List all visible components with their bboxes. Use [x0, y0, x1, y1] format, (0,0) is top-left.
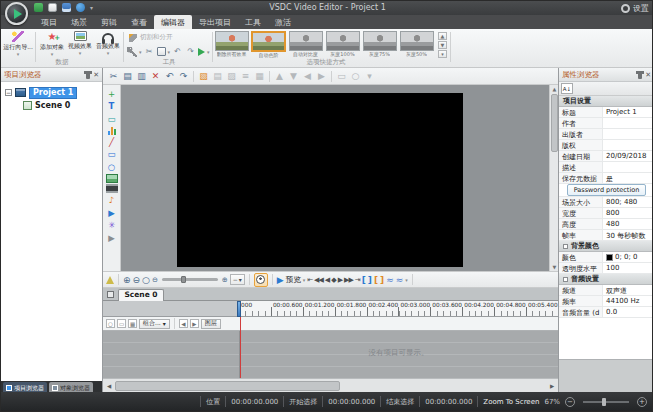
property-value[interactable]: 20/09/2018	[603, 151, 653, 161]
waveform-icon[interactable]: ≈	[386, 275, 394, 285]
zoom-in-button[interactable]: +	[637, 397, 647, 407]
scroll-thumb[interactable]	[115, 381, 340, 391]
ungroup-icon[interactable]: ○	[349, 71, 362, 81]
gallery-down-icon[interactable]: ▼	[438, 41, 447, 49]
timeline-tracks[interactable]: 没有项目可显示。	[103, 331, 558, 378]
zoom-slider[interactable]	[583, 401, 629, 403]
zoom-slider-knob[interactable]	[602, 398, 606, 406]
add-sprite-icon[interactable]: +	[106, 88, 118, 99]
audio-tool-icon[interactable]: ♪	[106, 195, 118, 206]
tab-project[interactable]: 项目	[34, 15, 64, 29]
property-value[interactable]: 是	[603, 173, 653, 183]
tooltip-tool-icon[interactable]: ▭	[106, 113, 118, 124]
selection-start-bracket-icon[interactable]: [	[362, 275, 366, 285]
delete-icon[interactable]: ✕	[149, 71, 162, 81]
property-value[interactable]: 44100 Hz	[603, 296, 653, 306]
password-protection-button[interactable]: Password protection	[567, 184, 647, 196]
copy-icon[interactable]: ▤	[121, 71, 134, 81]
property-value[interactable]: 480	[603, 219, 653, 229]
property-value[interactable]: 0.0	[603, 307, 653, 317]
property-value[interactable]: 双声道	[603, 285, 653, 295]
export-play-icon[interactable]	[198, 48, 205, 56]
video-effects-button[interactable]: 视频效果 ▾	[65, 31, 95, 60]
audio-effects-button[interactable]: 音频效果 ▾	[93, 31, 123, 60]
shift-left-icon[interactable]: ◀	[179, 319, 188, 328]
style-remove-all-effects[interactable]: 删除所有效果	[214, 31, 249, 58]
caret-icon[interactable]: ▾	[303, 277, 306, 283]
ellipse-tool-icon[interactable]: ○	[106, 161, 118, 172]
property-value[interactable]	[603, 140, 653, 150]
combine-dropdown[interactable]: 组合...▾	[139, 319, 170, 329]
expander-icon[interactable]	[563, 277, 568, 282]
tab-export-project[interactable]: 导出项目	[192, 15, 238, 29]
scene-nav-icon[interactable]	[107, 291, 114, 298]
save-project-icon[interactable]	[62, 3, 71, 12]
slider-knob[interactable]	[181, 276, 186, 283]
grid-icon[interactable]: ▦	[253, 71, 266, 81]
timeline-ruler[interactable]: 000 00:00.600 00:01.200 00:01.800 00:02.…	[239, 301, 558, 317]
paste-icon[interactable]: ▥	[135, 71, 148, 81]
property-value[interactable]: 100	[603, 263, 653, 273]
move-right-icon[interactable]: ▶	[315, 71, 328, 81]
slider-plus-icon[interactable]: ⊕	[222, 275, 228, 285]
rewind-icon[interactable]: ◀◀	[314, 276, 323, 284]
effects-icon[interactable]: ▧	[197, 71, 210, 81]
video-tool-icon[interactable]	[106, 184, 118, 193]
go-to-start-icon[interactable]: ⇤	[307, 276, 312, 284]
group-icon[interactable]: ▭	[335, 71, 348, 81]
tab-editor[interactable]: 编辑器	[154, 15, 192, 29]
tab-view[interactable]: 查看	[124, 15, 154, 29]
rotate-cw-icon[interactable]: ↷	[185, 46, 196, 57]
interval-button[interactable]: −▾	[230, 274, 245, 285]
cut-icon[interactable]: ✂	[107, 71, 120, 81]
property-value[interactable]: 30 每秒帧数	[603, 230, 653, 240]
caret-icon[interactable]: ▾	[139, 49, 142, 55]
run-wizard-button[interactable]: 运行向导... ▾	[3, 31, 33, 60]
gallery-more-icon[interactable]: ▾	[438, 50, 447, 58]
property-value[interactable]: Project 1	[603, 107, 653, 117]
section-background-color[interactable]: 背景颜色	[559, 241, 653, 252]
style-auto-levels[interactable]: 自动色阶	[251, 31, 286, 58]
scene-canvas[interactable]	[177, 93, 463, 267]
move-left-icon[interactable]: ◀	[301, 71, 314, 81]
selection-end-bracket-icon[interactable]: ]	[368, 275, 372, 285]
scroll-left-icon[interactable]: ◀	[104, 381, 114, 391]
align-icon[interactable]: ≡	[239, 71, 252, 81]
more-tools-caret-icon[interactable]: ▾	[363, 71, 376, 81]
marker-start-bracket-icon[interactable]: [	[374, 275, 378, 285]
wrench-icon[interactable]	[127, 47, 137, 57]
preview-label[interactable]: 预览	[286, 275, 301, 285]
tree-node-project[interactable]: − Project 1	[1, 86, 102, 99]
style-grayscale-50[interactable]: 灰度50%	[399, 31, 434, 58]
time-display-button[interactable]	[254, 273, 268, 287]
property-value[interactable]	[603, 118, 653, 128]
style-grayscale-75[interactable]: 灰度75%	[362, 31, 397, 58]
tab-tools[interactable]: 工具	[238, 15, 268, 29]
caret-icon[interactable]: ▾	[168, 49, 171, 55]
chart-tool-icon[interactable]	[106, 126, 117, 135]
slider-minus-icon[interactable]: ⊖	[152, 275, 158, 285]
expander-icon[interactable]	[563, 244, 568, 249]
layer-dropdown[interactable]: 图层	[201, 319, 221, 329]
redo-icon[interactable]: ↷	[177, 71, 190, 81]
property-value[interactable]	[603, 129, 653, 139]
new-project-icon[interactable]	[34, 3, 43, 12]
animation-tool-icon[interactable]: ▶	[106, 207, 118, 218]
caret-icon[interactable]: ▾	[207, 49, 210, 55]
text-tool-icon[interactable]: T	[106, 101, 118, 112]
caret-icon[interactable]: ▾	[405, 277, 408, 283]
style-auto-contrast[interactable]: 自动对比度	[288, 31, 323, 58]
scroll-right-icon[interactable]: ▶	[547, 381, 557, 391]
section-project-settings[interactable]: 项目设置	[559, 96, 653, 107]
shift-right-icon[interactable]: ▶	[190, 319, 199, 328]
property-value[interactable]: 800	[603, 208, 653, 218]
add-marker-icon[interactable]	[106, 276, 114, 284]
sort-icon[interactable]: A↓	[561, 83, 573, 94]
settings-button[interactable]: 设置	[621, 3, 649, 14]
app-logo-icon[interactable]	[5, 2, 28, 25]
section-audio-settings[interactable]: 音频设置	[559, 274, 653, 285]
move-up-icon[interactable]: ▲	[273, 71, 286, 81]
property-value[interactable]: 800; 480	[603, 197, 653, 207]
send-back-icon[interactable]: ▨	[225, 71, 238, 81]
zoom-mode-label[interactable]: Zoom To Screen	[483, 398, 539, 406]
